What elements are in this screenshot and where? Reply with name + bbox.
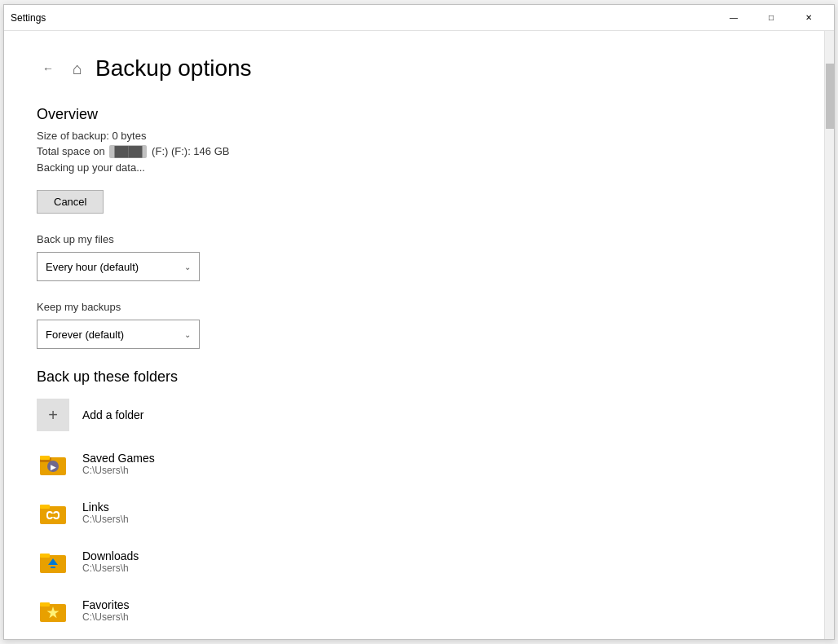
svg-rect-15: [40, 602, 50, 607]
favorites-icon: [37, 594, 69, 627]
drive-name: ████: [109, 145, 147, 158]
page-title: Backup options: [95, 55, 251, 82]
title-bar: Settings — □ ✕: [4, 5, 834, 31]
saved-games-icon: ▶: [37, 448, 69, 480]
total-space: Total space on ████ (F:) (F:): 146 GB: [37, 145, 792, 158]
svg-text:▶: ▶: [51, 463, 56, 471]
links-path: C:\Users\h: [82, 514, 129, 525]
add-icon: +: [37, 399, 69, 431]
keep-backups-value: Forever (default): [46, 329, 124, 341]
minimize-button[interactable]: —: [715, 5, 752, 31]
svg-rect-9: [51, 514, 55, 517]
folders-title: Back up these folders: [37, 368, 792, 386]
links-icon: [37, 496, 69, 529]
saved-games-name: Saved Games: [82, 452, 155, 465]
links-info: Links C:\Users\h: [82, 501, 129, 525]
favorites-name: Favorites: [82, 598, 130, 611]
svg-rect-6: [40, 505, 50, 509]
back-icon: ←: [42, 62, 54, 75]
saved-games-info: Saved Games C:\Users\h: [82, 452, 155, 476]
list-item: ▶ Saved Games C:\Users\h: [37, 444, 792, 483]
favorites-path: C:\Users\h: [82, 611, 130, 623]
keep-backups-label: Keep my backups: [37, 301, 792, 313]
saved-games-path: C:\Users\h: [82, 465, 155, 476]
main-content: ← ⌂ Backup options Overview Size of back…: [4, 31, 824, 639]
scrollbar-thumb[interactable]: [826, 64, 834, 129]
svg-rect-11: [40, 554, 50, 558]
links-name: Links: [82, 501, 129, 514]
svg-rect-13: [51, 567, 55, 568]
backup-files-label: Back up my files: [37, 233, 792, 245]
title-bar-left: Settings: [11, 12, 46, 24]
chevron-down-icon: ⌄: [184, 262, 191, 271]
chevron-down-icon-2: ⌄: [184, 330, 191, 339]
favorites-info: Favorites C:\Users\h: [82, 598, 130, 623]
total-space-suffix: (F:) (F:): 146 GB: [152, 145, 229, 157]
close-button[interactable]: ✕: [790, 5, 827, 31]
back-button[interactable]: ←: [37, 57, 60, 80]
downloads-info: Downloads C:\Users\h: [82, 549, 139, 574]
svg-rect-2: [40, 456, 50, 460]
downloads-name: Downloads: [82, 549, 139, 562]
overview-section: Overview Size of backup: 0 bytes Total s…: [37, 106, 792, 214]
downloads-path: C:\Users\h: [82, 562, 139, 574]
add-folder-label: Add a folder: [82, 408, 144, 421]
page-header: ← ⌂ Backup options: [37, 55, 792, 82]
backup-status: Backing up your data...: [37, 161, 792, 174]
size-of-backup: Size of backup: 0 bytes: [37, 130, 792, 142]
content-area: ← ⌂ Backup options Overview Size of back…: [4, 31, 834, 639]
backup-frequency-value: Every hour (default): [46, 261, 139, 273]
downloads-icon: [37, 545, 69, 578]
title-bar-controls: — □ ✕: [715, 5, 827, 31]
keep-backups-section: Keep my backups Forever (default) ⌄: [37, 301, 792, 349]
keep-backups-dropdown[interactable]: Forever (default) ⌄: [37, 320, 200, 349]
settings-window: Settings — □ ✕ ← ⌂ Backup options Overvi…: [3, 4, 835, 640]
list-item: Links C:\Users\h: [37, 493, 792, 532]
list-item: Downloads C:\Users\h: [37, 542, 792, 581]
backup-files-section: Back up my files Every hour (default) ⌄: [37, 233, 792, 281]
home-icon: ⌂: [73, 60, 82, 78]
backup-frequency-dropdown[interactable]: Every hour (default) ⌄: [37, 252, 200, 281]
overview-title: Overview: [37, 106, 792, 123]
folders-section: Back up these folders + Add a folder: [37, 368, 792, 630]
maximize-button[interactable]: □: [752, 5, 790, 31]
list-item: Favorites C:\Users\h: [37, 591, 792, 630]
window-title: Settings: [11, 12, 46, 24]
scrollbar[interactable]: [824, 31, 834, 639]
total-space-prefix: Total space on: [37, 145, 105, 157]
cancel-button[interactable]: Cancel: [37, 190, 104, 214]
add-folder-button[interactable]: + Add a folder: [37, 399, 144, 431]
